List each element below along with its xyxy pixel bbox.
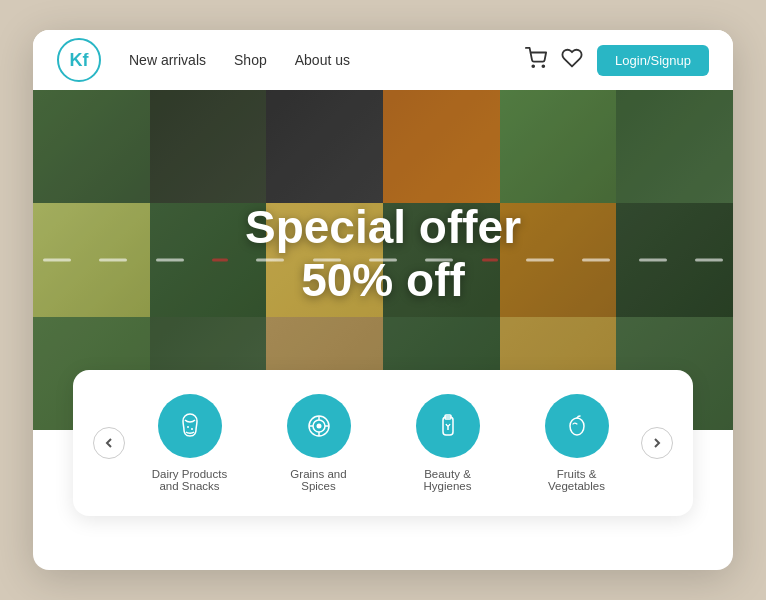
grains-icon-circle	[287, 394, 351, 458]
dairy-icon-circle	[158, 394, 222, 458]
nav-actions: Login/Signup	[525, 45, 709, 76]
wishlist-icon[interactable]	[561, 47, 583, 74]
category-item-grains[interactable]: Grains and Spices	[274, 394, 364, 492]
hero-title: Special offer	[245, 202, 521, 253]
svg-point-1	[543, 65, 545, 67]
navbar: Kf New arrivals Shop About us Login/Sign…	[33, 30, 733, 90]
category-item-dairy[interactable]: Dairy Products and Snacks	[145, 394, 235, 492]
category-bar: Dairy Products and Snacks Grains and Sp	[73, 370, 693, 516]
logo[interactable]: Kf	[57, 38, 101, 82]
svg-point-3	[191, 428, 193, 430]
fruits-icon-circle	[545, 394, 609, 458]
cart-icon[interactable]	[525, 47, 547, 74]
nav-link-shop[interactable]: Shop	[234, 52, 267, 68]
category-item-beauty[interactable]: Beauty & Hygienes	[403, 394, 493, 492]
categories-list: Dairy Products and Snacks Grains and Sp	[125, 394, 641, 492]
svg-point-6	[316, 424, 321, 429]
category-next-button[interactable]	[641, 427, 673, 459]
category-prev-button[interactable]	[93, 427, 125, 459]
svg-point-2	[187, 426, 189, 428]
fruits-label: Fruits & Vegetables	[532, 468, 622, 492]
svg-point-0	[532, 65, 534, 67]
hero-content: Special offer 50% off	[245, 202, 521, 307]
browser-window: Kf New arrivals Shop About us Login/Sign…	[33, 30, 733, 570]
nav-links: New arrivals Shop About us	[129, 52, 525, 68]
category-item-fruits[interactable]: Fruits & Vegetables	[532, 394, 622, 492]
grains-label: Grains and Spices	[274, 468, 364, 492]
beauty-icon-circle	[416, 394, 480, 458]
login-signup-button[interactable]: Login/Signup	[597, 45, 709, 76]
nav-link-new-arrivals[interactable]: New arrivals	[129, 52, 206, 68]
dairy-label: Dairy Products and Snacks	[145, 468, 235, 492]
hero-subtitle: 50% off	[245, 253, 521, 307]
logo-text: Kf	[70, 50, 89, 71]
nav-link-about-us[interactable]: About us	[295, 52, 350, 68]
beauty-label: Beauty & Hygienes	[403, 468, 493, 492]
